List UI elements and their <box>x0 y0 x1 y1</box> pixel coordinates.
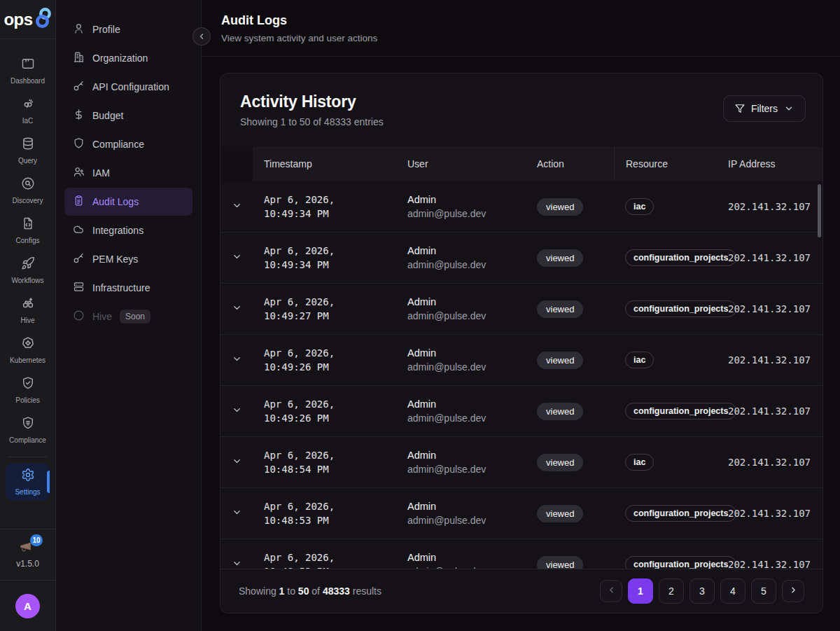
row-expander[interactable] <box>220 507 253 520</box>
row-expander[interactable] <box>220 354 253 367</box>
user-cell: Adminadmin@pulse.dev <box>396 295 526 323</box>
page-subtitle: View system activity and user actions <box>221 33 820 43</box>
avatar[interactable]: A <box>15 594 40 618</box>
action-badge: viewed <box>537 556 583 569</box>
rail-item-label: Policies <box>15 396 39 404</box>
row-expander[interactable] <box>220 405 253 418</box>
user-cell: Adminadmin@pulse.dev <box>396 499 526 527</box>
column-header-resource: Resource <box>614 146 717 181</box>
rail-bottom: 10 v1.5.0 A <box>0 529 55 631</box>
rail-item-iac[interactable]: IaC <box>6 92 50 130</box>
row-expander[interactable] <box>220 303 253 316</box>
action-badge: viewed <box>537 352 583 369</box>
user-cell: Adminadmin@pulse.dev <box>396 346 526 374</box>
card-header: Activity History Showing 1 to 50 of 4833… <box>220 74 822 146</box>
pagination-page-5[interactable]: 5 <box>751 578 776 604</box>
sidebar-item-compliance[interactable]: Compliance <box>64 130 192 158</box>
resource-badge: configuration_projects <box>625 556 736 569</box>
sidebar-collapse-button[interactable] <box>192 27 211 46</box>
main-content: Audit Logs View system activity and user… <box>202 0 840 631</box>
rail-item-query[interactable]: Query <box>6 132 50 169</box>
rail-item-policies[interactable]: Policies <box>6 371 50 409</box>
pagination-page-3[interactable]: 3 <box>690 578 715 604</box>
rail-item-discovery[interactable]: Discovery <box>6 172 50 209</box>
announcements-megaphone-icon[interactable]: 10 <box>19 539 37 555</box>
window-icon <box>21 57 35 74</box>
version-block: 10 v1.5.0 <box>0 529 55 580</box>
key-icon <box>73 252 85 266</box>
row-expander[interactable] <box>220 558 253 569</box>
clipboard-icon <box>73 195 85 209</box>
sidebar-item-audit-logs[interactable]: Audit Logs <box>64 188 192 216</box>
sidebar-item-label: Hive <box>92 311 112 322</box>
resource-cell: iac <box>614 198 717 215</box>
ip-address-cell: 202.141.32.107 <box>717 354 822 366</box>
sidebar-item-label: IAM <box>92 167 110 179</box>
filters-button[interactable]: Filters <box>723 95 806 122</box>
card-subtitle: Showing 1 to 50 of 48333 entries <box>240 116 384 127</box>
action-badge: viewed <box>537 198 583 216</box>
activity-history-card: Activity History Showing 1 to 50 of 4833… <box>220 73 823 613</box>
rail-item-label: IaC <box>22 117 34 125</box>
user-cell: Adminadmin@pulse.dev <box>396 550 526 569</box>
app-logo[interactable]: ops <box>0 0 55 39</box>
action-cell: viewed <box>526 454 614 471</box>
rail-item-workflows[interactable]: Workflows <box>6 251 50 289</box>
chevron-right-icon <box>789 585 798 597</box>
pagination-page-4[interactable]: 4 <box>720 578 746 604</box>
audit-log-row[interactable]: Apr 6, 2026,10:49:34 PMAdminadmin@pulse.… <box>220 181 822 233</box>
rail-item-hive[interactable]: Hive <box>6 291 50 329</box>
pagination-prev-button[interactable] <box>600 580 622 602</box>
sidebar-item-pem-keys[interactable]: PEM Keys <box>64 245 192 273</box>
sidebar-item-profile[interactable]: Profile <box>64 15 192 43</box>
icon-rail: ops DashboardIaCQueryDiscoveryConfigsWor… <box>0 0 56 631</box>
table-scrollbar-thumb[interactable] <box>818 184 821 237</box>
audit-table: TimestampUserActionResourceIP Address Ap… <box>220 146 822 569</box>
rail-item-label: Configs <box>16 237 40 244</box>
key-icon <box>73 80 85 94</box>
audit-log-row[interactable]: Apr 6, 2026,10:48:54 PMAdminadmin@pulse.… <box>220 437 822 488</box>
pagination-next-button[interactable] <box>782 580 804 602</box>
rail-item-dashboard[interactable]: Dashboard <box>6 52 50 90</box>
rail-item-kubernetes[interactable]: Kubernetes <box>6 331 50 369</box>
rail-item-configs[interactable]: Configs <box>6 212 50 249</box>
chevron-left-icon <box>607 585 616 597</box>
rail-item-settings[interactable]: Settings <box>6 463 50 501</box>
sidebar-item-organization[interactable]: Organization <box>64 44 192 72</box>
sidebar-item-infrastructure[interactable]: Infrastructure <box>64 274 192 302</box>
audit-log-row[interactable]: Apr 6, 2026,10:49:26 PMAdminadmin@pulse.… <box>220 335 822 386</box>
audit-log-row[interactable]: Apr 6, 2026,10:48:53 PMAdminadmin@pulse.… <box>220 488 822 539</box>
timestamp-cell: Apr 6, 2026,10:49:27 PM <box>253 295 396 323</box>
resource-badge: configuration_projects <box>625 505 736 522</box>
resource-badge: configuration_projects <box>625 300 736 317</box>
rail-item-label: Hive <box>20 317 34 324</box>
rail-item-label: Discovery <box>13 197 43 204</box>
chevron-down-icon <box>232 354 242 367</box>
audit-log-row[interactable]: Apr 6, 2026,10:49:26 PMAdminadmin@pulse.… <box>220 386 822 437</box>
row-expander[interactable] <box>220 200 253 214</box>
resource-badge: iac <box>625 454 654 471</box>
sidebar-item-integrations[interactable]: Integrations <box>64 216 192 244</box>
sidebar-item-iam[interactable]: IAM <box>64 159 192 187</box>
pagination-page-2[interactable]: 2 <box>659 578 684 604</box>
user-cell: Adminadmin@pulse.dev <box>396 448 526 476</box>
pagination-page-1[interactable]: 1 <box>628 578 653 604</box>
rail-item-compliance[interactable]: Compliance <box>6 411 50 449</box>
sidebar-item-budget[interactable]: Budget <box>64 102 192 130</box>
audit-log-row[interactable]: Apr 6, 2026,10:49:34 PMAdminadmin@pulse.… <box>220 233 822 284</box>
audit-log-row[interactable]: Apr 6, 2026,10:48:53 PMAdminadmin@pulse.… <box>220 539 822 569</box>
shield-icon <box>73 137 85 151</box>
sidebar-item-hive: HiveSoon <box>64 303 192 331</box>
row-expander[interactable] <box>220 251 253 265</box>
audit-log-row[interactable]: Apr 6, 2026,10:49:27 PMAdminadmin@pulse.… <box>220 284 822 335</box>
row-expander[interactable] <box>220 456 253 469</box>
sidebar-item-api-configuration[interactable]: API Configuration <box>64 73 192 101</box>
timestamp-cell: Apr 6, 2026,10:49:26 PM <box>253 346 396 374</box>
action-cell: viewed <box>526 352 614 369</box>
sidebar-item-label: Budget <box>92 110 123 121</box>
content-area: Activity History Showing 1 to 50 of 4833… <box>202 57 840 613</box>
soon-badge: Soon <box>120 310 150 324</box>
sidebar-item-label: PEM Keys <box>92 254 138 265</box>
resource-cell: configuration_projects <box>614 556 717 569</box>
chevron-down-icon <box>232 558 242 569</box>
